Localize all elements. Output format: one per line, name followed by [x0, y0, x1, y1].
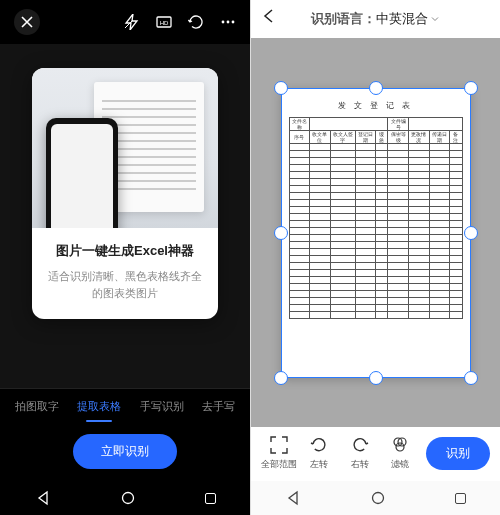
nav-home-icon[interactable]	[120, 490, 136, 506]
back-button[interactable]	[261, 8, 277, 27]
recognize-now-button[interactable]: 立即识别	[73, 434, 177, 469]
nav-back-icon[interactable]	[35, 490, 51, 506]
recognize-button[interactable]: 识别	[426, 437, 490, 470]
toolbar: 全部范围 左转 右转 滤镜 识别	[251, 427, 500, 481]
nav-back-icon[interactable]	[285, 490, 301, 506]
tool-filter[interactable]: 滤镜	[382, 435, 418, 471]
crop-canvas[interactable]: 发 文 登 记 表 文件名称文件编号 序号收文单位收文人签字登记日期缓急保密等级…	[251, 38, 500, 427]
tab-extract-table[interactable]: 提取表格	[75, 395, 123, 418]
lang-value[interactable]: 中英混合	[376, 10, 428, 28]
tab-handwriting[interactable]: 手写识别	[138, 395, 186, 418]
lang-label: 识别语言：	[311, 11, 376, 26]
tab-remove-handwriting[interactable]: 去手写	[200, 395, 237, 418]
nav-recent-icon[interactable]	[205, 493, 216, 504]
tool-label: 滤镜	[391, 458, 409, 471]
card-title: 图片一键生成Excel神器	[44, 242, 206, 260]
crop-handle-tr[interactable]	[464, 81, 478, 95]
mode-tabs: 拍图取字 提取表格 手写识别 去手写	[0, 388, 250, 428]
svg-text:HD: HD	[160, 20, 169, 26]
hd-icon[interactable]: HD	[156, 14, 172, 30]
close-icon	[21, 16, 33, 28]
refresh-icon[interactable]	[188, 14, 204, 30]
document-page[interactable]: 发 文 登 记 表 文件名称文件编号 序号收文单位收文人签字登记日期缓急保密等级…	[281, 88, 471, 378]
rotate-left-icon	[309, 435, 329, 455]
card-illustration	[32, 68, 218, 228]
android-nav-bar	[251, 481, 500, 515]
rotate-right-icon	[350, 435, 370, 455]
nav-home-icon[interactable]	[370, 490, 386, 506]
expand-icon	[269, 435, 289, 455]
camera-viewport: 图片一键生成Excel神器 适合识别清晰、黑色表格线齐全的图表类图片	[0, 44, 250, 388]
crop-frame[interactable]	[281, 88, 471, 378]
tool-rotate-right[interactable]: 右转	[342, 435, 378, 471]
crop-handle-ml[interactable]	[274, 226, 288, 240]
nav-recent-icon[interactable]	[455, 493, 466, 504]
svg-point-6	[122, 493, 133, 504]
flash-icon[interactable]	[124, 14, 140, 30]
crop-handle-tm[interactable]	[369, 81, 383, 95]
tool-full-range[interactable]: 全部范围	[261, 435, 297, 471]
tool-label: 左转	[310, 458, 328, 471]
tool-label: 全部范围	[261, 458, 297, 471]
svg-point-5	[232, 21, 235, 24]
crop-handle-mr[interactable]	[464, 226, 478, 240]
tab-ocr-text[interactable]: 拍图取字	[13, 395, 61, 418]
close-button[interactable]	[14, 9, 40, 35]
android-nav-bar	[0, 481, 250, 515]
filter-icon	[390, 435, 410, 455]
tool-rotate-left[interactable]: 左转	[301, 435, 337, 471]
svg-point-9	[396, 443, 404, 451]
tool-label: 右转	[351, 458, 369, 471]
chevron-down-icon	[430, 14, 440, 24]
more-icon[interactable]	[220, 14, 236, 30]
crop-handle-tl[interactable]	[274, 81, 288, 95]
crop-handle-bm[interactable]	[369, 371, 383, 385]
svg-point-4	[227, 21, 230, 24]
crop-handle-bl[interactable]	[274, 371, 288, 385]
svg-point-10	[372, 493, 383, 504]
header: 识别语言： 中英混合	[251, 0, 500, 38]
feature-card: 图片一键生成Excel神器 适合识别清晰、黑色表格线齐全的图表类图片	[32, 68, 218, 319]
card-description: 适合识别清晰、黑色表格线齐全的图表类图片	[44, 268, 206, 301]
crop-handle-br[interactable]	[464, 371, 478, 385]
svg-point-3	[222, 21, 225, 24]
